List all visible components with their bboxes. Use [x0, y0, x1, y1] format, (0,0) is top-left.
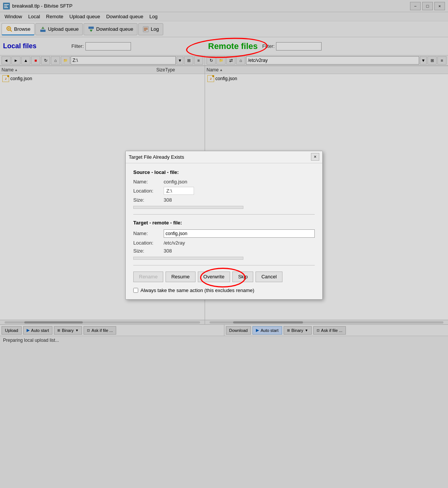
- skip-button[interactable]: Skip: [232, 272, 253, 282]
- target-location-label: Location:: [133, 240, 164, 246]
- source-size-value: 308: [164, 197, 172, 203]
- rename-button[interactable]: Rename: [133, 272, 163, 282]
- target-size-label: Size:: [133, 248, 164, 254]
- target-size-row: Size: 308: [133, 248, 315, 254]
- buttons-divider: [133, 265, 315, 265]
- resume-button[interactable]: Resume: [166, 272, 195, 282]
- target-size-value: 308: [164, 248, 172, 254]
- source-name-label: Name:: [133, 179, 164, 185]
- buttons-container: Rename Resume Overwrite Skip Cancel: [133, 272, 315, 284]
- modal-close-button[interactable]: ×: [311, 153, 319, 161]
- modal-dialog: Target File Already Exists × Source - lo…: [125, 151, 323, 300]
- modal-title-bar: Target File Already Exists ×: [126, 151, 322, 163]
- source-location-label: Location:: [133, 188, 164, 194]
- section-divider: [133, 214, 315, 215]
- modal-body: Source - local - file: Name: config.json…: [126, 163, 322, 299]
- source-location-value: Z:\: [164, 187, 194, 195]
- always-same-action-row: Always take the same action (this exclud…: [133, 287, 315, 293]
- target-location-row: Location: /etc/v2ray: [133, 240, 315, 246]
- target-progress-bar: [133, 257, 243, 260]
- overwrite-button[interactable]: Overwrite: [198, 272, 230, 282]
- cancel-button[interactable]: Cancel: [256, 272, 282, 282]
- always-same-action-label: Always take the same action (this exclud…: [140, 287, 254, 293]
- modal-overlay: Target File Already Exists × Source - lo…: [0, 0, 448, 488]
- source-location-row: Location: Z:\: [133, 187, 315, 195]
- target-location-value: /etc/v2ray: [164, 240, 185, 246]
- modal-buttons: Rename Resume Overwrite Skip Cancel: [133, 272, 315, 284]
- source-size-row: Size: 308: [133, 197, 315, 203]
- always-same-action-checkbox[interactable]: [133, 288, 138, 293]
- target-name-row: Name:: [133, 229, 315, 238]
- source-name-value: config.json: [164, 179, 187, 185]
- target-name-label: Name:: [133, 231, 164, 236]
- source-size-label: Size:: [133, 197, 164, 203]
- source-progress-bar: [133, 206, 243, 209]
- source-section-title: Source - local - file:: [133, 169, 315, 175]
- target-section-title: Target - remote - file:: [133, 220, 315, 226]
- modal-title: Target File Already Exists: [129, 154, 311, 160]
- target-name-input[interactable]: [164, 229, 315, 238]
- source-name-row: Name: config.json: [133, 179, 315, 185]
